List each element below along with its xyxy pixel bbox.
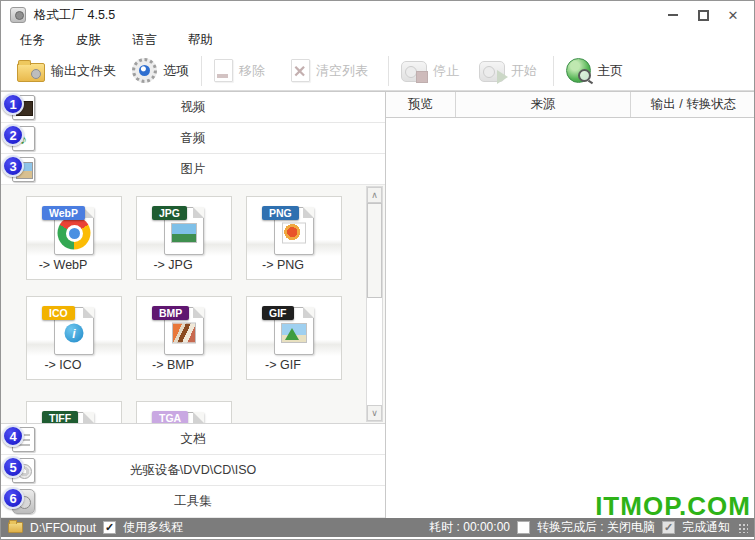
category-audio-label: 音频 xyxy=(1,123,385,154)
window-controls: ✕ xyxy=(658,1,748,29)
notify-done-checkbox[interactable]: ✓ xyxy=(662,521,675,534)
column-output-status[interactable]: 输出 / 转换状态 xyxy=(631,92,755,117)
column-preview[interactable]: 预览 xyxy=(386,92,456,117)
format-card-gif[interactable]: GIF -> GIF xyxy=(246,296,342,380)
format-card-bmp[interactable]: BMP -> BMP xyxy=(136,296,232,380)
flower-icon xyxy=(282,223,306,244)
clear-list-button[interactable]: 清空列表 xyxy=(285,56,374,85)
options-button[interactable]: 选项 xyxy=(126,55,195,86)
task-list-body[interactable] xyxy=(386,118,755,518)
grid-scrollbar[interactable]: ∧ ∨ xyxy=(366,186,383,422)
site-watermark: ITMOP.COM xyxy=(595,491,751,522)
badge-1: 1 xyxy=(2,93,24,115)
ico-ribbon: ICO xyxy=(42,306,75,320)
category-toolset[interactable]: 6 工具集 xyxy=(1,486,385,518)
task-list-header: 预览 来源 输出 / 转换状态 xyxy=(386,92,755,118)
category-document[interactable]: 4 文档 xyxy=(1,424,385,455)
column-source[interactable]: 来源 xyxy=(456,92,631,117)
menu-language[interactable]: 语言 xyxy=(120,30,169,51)
format-grid: WebP -> WebP JPG -> JPG PNG xyxy=(1,185,385,424)
resize-grip[interactable] xyxy=(737,522,748,533)
maximize-icon xyxy=(698,10,709,21)
toolbar-divider xyxy=(553,56,554,86)
toolbar: 输出文件夹 选项 移除 清空列表 停止 开始 主页 xyxy=(1,51,754,91)
stop-button[interactable]: 停止 xyxy=(395,56,465,85)
paint-icon xyxy=(172,323,196,344)
minimize-button[interactable] xyxy=(658,1,688,29)
format-label: -> WebP xyxy=(27,258,121,272)
toolbar-divider xyxy=(388,56,389,86)
start-label: 开始 xyxy=(511,62,537,80)
jpg-ribbon: JPG xyxy=(152,206,187,220)
bmp-ribbon: BMP xyxy=(152,306,189,320)
format-card-webp[interactable]: WebP -> WebP xyxy=(26,196,122,280)
format-card-png[interactable]: PNG -> PNG xyxy=(246,196,342,280)
format-card-tga[interactable]: TGA xyxy=(136,401,232,424)
png-ribbon: PNG xyxy=(262,206,299,220)
maximize-button[interactable] xyxy=(688,1,718,29)
photo-icon xyxy=(171,223,197,243)
landscape-icon xyxy=(281,323,307,343)
menu-tasks[interactable]: 任务 xyxy=(8,30,57,51)
multithread-checkbox[interactable]: ✓ xyxy=(103,521,116,534)
info-icon: i xyxy=(65,324,84,343)
scrollbar-thumb[interactable] xyxy=(367,203,382,298)
category-toolset-label: 工具集 xyxy=(1,486,385,517)
clear-list-icon xyxy=(291,59,310,82)
category-picture[interactable]: 3 图片 xyxy=(1,154,385,185)
multithread-label[interactable]: 使用多线程 xyxy=(123,519,183,536)
format-label: -> BMP xyxy=(137,358,231,372)
category-dvd-label: 光驱设备\DVD\CD\ISO xyxy=(1,455,385,486)
menu-bar: 任务 皮肤 语言 帮助 xyxy=(1,29,754,51)
badge-3: 3 xyxy=(2,155,24,177)
chevron-up-icon: ∧ xyxy=(371,190,378,200)
badge-2: 2 xyxy=(2,124,24,146)
start-icon xyxy=(479,61,505,82)
format-card-ico[interactable]: ICO i -> ICO xyxy=(26,296,122,380)
format-card-jpg[interactable]: JPG -> JPG xyxy=(136,196,232,280)
gif-ribbon: GIF xyxy=(262,306,294,320)
category-panel: 1 视频 2 ♪ 音频 3 图片 WebP xyxy=(1,92,386,518)
remove-button[interactable]: 移除 xyxy=(208,56,271,85)
output-folder-button[interactable]: 输出文件夹 xyxy=(11,57,122,85)
elapsed-time: 耗时 : 00:00:00 xyxy=(429,519,510,536)
menu-help[interactable]: 帮助 xyxy=(176,30,225,51)
task-panel: 预览 来源 输出 / 转换状态 xyxy=(386,92,755,518)
format-label: -> GIF xyxy=(247,358,341,372)
category-audio[interactable]: 2 ♪ 音频 xyxy=(1,123,385,154)
main-area: 1 视频 2 ♪ 音频 3 图片 WebP xyxy=(1,91,754,518)
scroll-down-button[interactable]: ∨ xyxy=(367,405,382,421)
format-label: -> JPG xyxy=(137,258,231,272)
category-picture-label: 图片 xyxy=(1,154,385,185)
globe-home-icon xyxy=(566,58,591,83)
minimize-icon xyxy=(668,14,678,16)
tga-ribbon: TGA xyxy=(152,411,188,424)
category-dvd-cd-iso[interactable]: 5 光驱设备\DVD\CD\ISO xyxy=(1,455,385,486)
toolbar-divider xyxy=(201,56,202,86)
output-folder-label: 输出文件夹 xyxy=(51,62,116,80)
menu-skin[interactable]: 皮肤 xyxy=(64,30,113,51)
category-document-label: 文档 xyxy=(1,424,385,455)
webp-ribbon: WebP xyxy=(42,206,85,220)
badge-5: 5 xyxy=(2,456,24,478)
folder-icon xyxy=(17,63,45,82)
close-button[interactable]: ✕ xyxy=(718,1,748,29)
start-button[interactable]: 开始 xyxy=(473,56,543,85)
category-video[interactable]: 1 视频 xyxy=(1,92,385,123)
format-label: -> PNG xyxy=(247,258,341,272)
title-bar: 格式工厂 4.5.5 ✕ xyxy=(1,1,754,29)
format-label: -> ICO xyxy=(27,358,121,372)
gear-icon xyxy=(132,58,157,83)
shutdown-after-checkbox[interactable] xyxy=(517,521,530,534)
check-icon: ✓ xyxy=(105,522,114,533)
app-logo-icon xyxy=(10,7,26,23)
window-title: 格式工厂 4.5.5 xyxy=(34,7,115,24)
scroll-up-button[interactable]: ∧ xyxy=(367,187,382,203)
stop-icon xyxy=(401,61,427,82)
stop-label: 停止 xyxy=(433,62,459,80)
home-button[interactable]: 主页 xyxy=(560,55,629,86)
format-card-tiff[interactable]: TIFF xyxy=(26,401,122,424)
output-path[interactable]: D:\FFOutput xyxy=(30,521,96,535)
category-video-label: 视频 xyxy=(1,92,385,123)
chrome-logo-icon xyxy=(58,217,91,250)
